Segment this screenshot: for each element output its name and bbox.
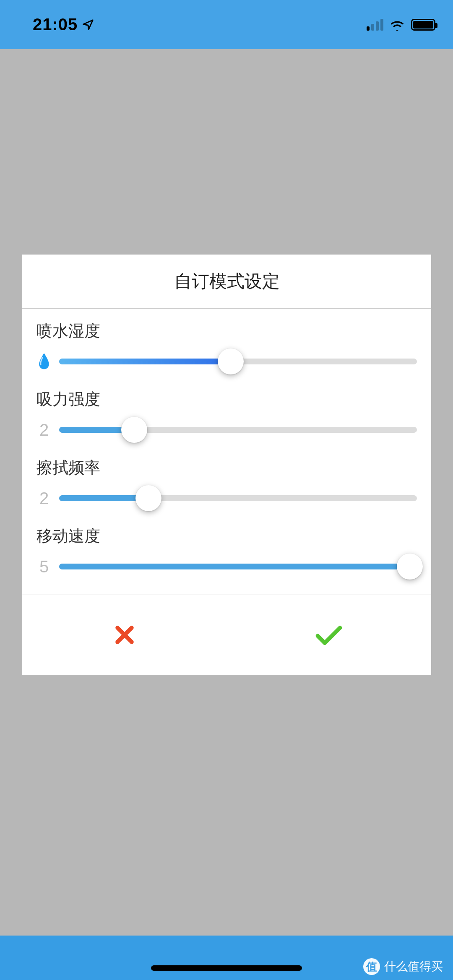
- cross-icon: [112, 623, 137, 647]
- bottom-bar: 值 什么值得买: [0, 936, 453, 980]
- dialog-footer: [22, 595, 431, 675]
- slider-value: 2: [36, 421, 52, 439]
- slider-fill: [59, 564, 410, 569]
- status-time-group: 21:05: [33, 15, 94, 34]
- slider-spray-humidity: 喷水湿度: [36, 320, 417, 376]
- status-bar: 21:05: [0, 0, 453, 49]
- dialog-body: 喷水湿度 吸力强度: [22, 309, 431, 595]
- status-right: [367, 19, 435, 31]
- slider-thumb[interactable]: [397, 554, 423, 580]
- slider-label: 擦拭频率: [36, 457, 417, 478]
- watermark: 值 什么值得买: [363, 958, 453, 980]
- watermark-text: 什么值得买: [384, 959, 443, 975]
- slider-move-speed-track[interactable]: [59, 564, 417, 569]
- slider-thumb[interactable]: [218, 348, 244, 374]
- watermark-badge: 值: [363, 958, 380, 975]
- slider-wipe-frequency-track[interactable]: [59, 495, 417, 501]
- slider-value: 2: [36, 489, 52, 508]
- dialog-title: 自订模式设定: [22, 255, 431, 309]
- battery-icon: [411, 19, 435, 31]
- home-indicator: [151, 965, 302, 971]
- check-icon: [315, 623, 343, 647]
- slider-label: 吸力强度: [36, 389, 417, 410]
- slider-label: 移动速度: [36, 525, 417, 547]
- status-time: 21:05: [33, 15, 78, 34]
- slider-wipe-frequency: 擦拭频率 2: [36, 457, 417, 513]
- slider-suction-strength-track[interactable]: [59, 427, 417, 433]
- custom-mode-settings-dialog: 自订模式设定 喷水湿度: [22, 255, 431, 675]
- cellular-signal-icon: [367, 19, 383, 31]
- confirm-button[interactable]: [227, 595, 432, 675]
- droplet-icon: [36, 353, 52, 370]
- slider-label: 喷水湿度: [36, 320, 417, 342]
- slider-spray-humidity-track[interactable]: [59, 359, 417, 364]
- location-icon: [82, 18, 94, 31]
- slider-thumb[interactable]: [135, 485, 161, 511]
- modal-backdrop: 自订模式设定 喷水湿度: [0, 49, 453, 936]
- slider-suction-strength: 吸力强度 2: [36, 389, 417, 445]
- slider-move-speed: 移动速度 5: [36, 525, 417, 581]
- cancel-button[interactable]: [22, 595, 227, 675]
- slider-fill: [59, 359, 231, 364]
- slider-value: 5: [36, 557, 52, 576]
- slider-fill: [59, 495, 148, 501]
- wifi-icon: [389, 19, 405, 31]
- slider-thumb[interactable]: [121, 417, 147, 443]
